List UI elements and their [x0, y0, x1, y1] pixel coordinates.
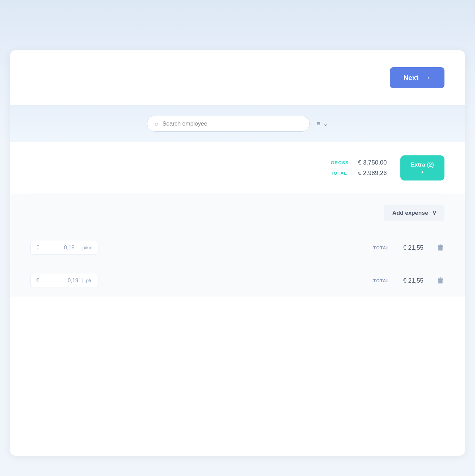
expense-value-2: 0,19	[42, 278, 78, 284]
expense-section: Add expense ∨	[10, 194, 465, 231]
extra-button-label: Extra (2)	[411, 161, 434, 168]
search-icon: ⌕	[155, 120, 158, 127]
search-bar: ⌕	[147, 116, 310, 132]
extra-arrow-icon: ▲	[420, 170, 424, 174]
gross-row: GROSS € 3.750,00	[331, 159, 387, 166]
chevron-down-icon: ⌄	[323, 120, 328, 128]
currency-symbol-2: €	[36, 278, 39, 284]
extra-button[interactable]: Extra (2) ▲	[400, 155, 444, 180]
add-expense-chevron-icon: ∨	[432, 209, 436, 216]
top-section: Next →	[10, 50, 465, 106]
employee-section: GROSS € 3.750,00 TOTAL € 2.989,26 Extra …	[10, 142, 465, 194]
expense-total-label-2: TOTAL	[373, 278, 390, 283]
total-value: € 2.989,26	[358, 170, 387, 177]
next-button-label: Next	[403, 74, 419, 82]
expense-value-1: 0,19	[42, 245, 75, 251]
gross-value: € 3.750,00	[358, 159, 387, 166]
expense-input-group-1: € 0,19 p/km	[31, 241, 98, 254]
total-label: TOTAL	[331, 171, 351, 176]
next-button[interactable]: Next →	[390, 67, 444, 88]
expense-items: € 0,19 p/km TOTAL € 21,55 🗑 € 0,19 p/u	[10, 231, 465, 297]
expense-unit-2: p/u	[82, 278, 93, 283]
expense-item: € 0,19 p/km TOTAL € 21,55 🗑	[10, 231, 465, 264]
expense-right-2: TOTAL € 21,55 🗑	[373, 276, 444, 285]
employee-stats: GROSS € 3.750,00 TOTAL € 2.989,26	[331, 159, 387, 177]
currency-symbol-1: €	[36, 245, 39, 251]
expense-input-left: € 0,19 p/km	[31, 241, 98, 254]
expense-unit-1: p/km	[79, 245, 93, 250]
filter-icon: ≡	[317, 120, 321, 128]
gross-label: GROSS	[331, 160, 351, 165]
expense-total-value-1: € 21,55	[403, 244, 423, 251]
main-card: Next → ⌕ ≡ ⌄ GROSS € 3.750,00 TOTAL € 2.…	[10, 50, 465, 456]
expense-total-label-1: TOTAL	[373, 245, 390, 250]
add-expense-button[interactable]: Add expense ∨	[384, 205, 444, 221]
search-section: ⌕ ≡ ⌄	[10, 106, 465, 142]
expense-total-value-2: € 21,55	[403, 277, 423, 284]
expense-input-left-2: € 0,19 p/u	[31, 274, 98, 287]
delete-icon-1[interactable]: 🗑	[437, 243, 444, 252]
expense-item-2: € 0,19 p/u TOTAL € 21,55 🗑	[10, 264, 465, 297]
search-input[interactable]	[163, 120, 302, 127]
next-arrow-icon: →	[423, 73, 431, 82]
filter-controls[interactable]: ≡ ⌄	[317, 120, 328, 128]
add-expense-row: Add expense ∨	[31, 205, 444, 221]
expense-input-group-2: € 0,19 p/u	[31, 274, 98, 287]
expense-right-1: TOTAL € 21,55 🗑	[373, 243, 444, 252]
employee-row: GROSS € 3.750,00 TOTAL € 2.989,26 Extra …	[31, 155, 444, 180]
delete-icon-2[interactable]: 🗑	[437, 276, 444, 285]
total-row: TOTAL € 2.989,26	[331, 170, 387, 177]
add-expense-label: Add expense	[392, 210, 428, 216]
